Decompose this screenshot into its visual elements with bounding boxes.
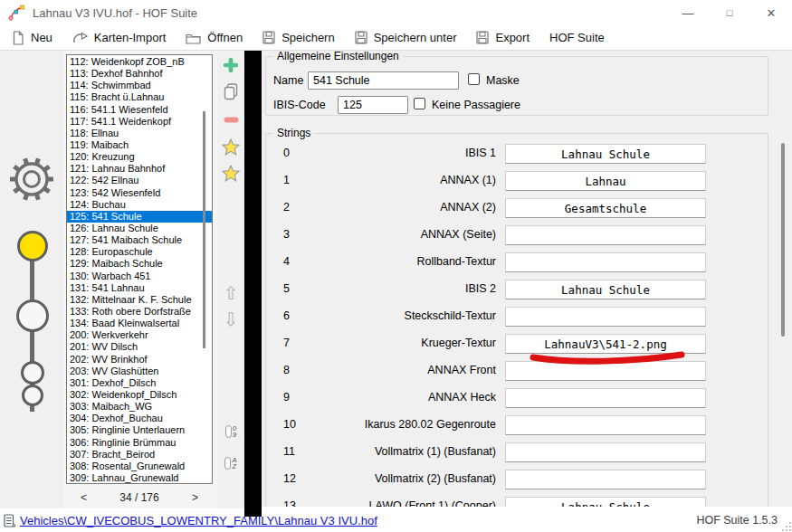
list-item[interactable]: 113: Dexhof Bahnhof: [67, 68, 212, 80]
maximize-button[interactable]: □: [709, 0, 750, 25]
favorite-button-1[interactable]: [217, 138, 244, 157]
list-item[interactable]: 308: Rosental_Grunewald: [67, 461, 212, 472]
remove-entry-button[interactable]: [217, 117, 244, 123]
close-button[interactable]: ✕: [750, 0, 792, 25]
sort-alpha-button[interactable]: AZ: [217, 457, 244, 470]
string-value-input[interactable]: [505, 225, 706, 245]
string-value-input[interactable]: [505, 415, 706, 435]
list-item[interactable]: 128: Europaschule: [67, 246, 212, 258]
list-item[interactable]: 114: Schwimmbad: [67, 80, 212, 91]
string-value-input[interactable]: [505, 361, 706, 381]
list-item[interactable]: 133: Roth obere Dorfstraße: [67, 306, 212, 318]
list-item[interactable]: 129: Maibach Schule: [67, 258, 212, 270]
list-item[interactable]: 122: 542 Ellnau: [67, 175, 212, 186]
list-item[interactable]: 126: Lahnau Schule: [67, 223, 212, 234]
maske-checkbox[interactable]: [468, 73, 480, 85]
route-sidebar: [0, 51, 63, 508]
list-item[interactable]: 304: Dexhof_Buchau: [67, 413, 212, 424]
list-item[interactable]: 201: WV Dilsch: [67, 341, 212, 353]
page-next-button[interactable]: >: [188, 491, 202, 504]
list-item[interactable]: 302: Weidenkopf_Dilsch: [67, 389, 212, 401]
list-item[interactable]: 305: Ringlinie Unterlauern: [67, 424, 212, 436]
add-entry-button[interactable]: [217, 57, 244, 73]
hof-suite-button[interactable]: HOF Suite: [539, 26, 615, 50]
save-button-label: Speichern: [281, 31, 335, 44]
export-button[interactable]: Export: [466, 26, 539, 50]
string-value-input[interactable]: [505, 198, 706, 218]
open-button[interactable]: Öffnen: [176, 26, 253, 50]
list-item[interactable]: 117: 541.1 Weidenkopf: [67, 116, 212, 128]
list-item[interactable]: 303: Maibach_WG: [67, 401, 212, 413]
move-up-button[interactable]: ⇧: [217, 284, 244, 302]
route-stop-marker-active[interactable]: [17, 231, 48, 261]
list-item[interactable]: 118: Ellnau: [67, 128, 212, 139]
string-value-input[interactable]: [505, 171, 706, 191]
toolbar: Neu Karten-Import Öffnen Speichern: [0, 25, 792, 51]
string-value-input[interactable]: [505, 442, 706, 462]
list-item[interactable]: 119: Maibach: [67, 139, 212, 151]
string-row: 0IBIS 1: [262, 144, 765, 171]
list-scrollbar[interactable]: [203, 111, 205, 348]
minimize-button[interactable]: —: [667, 0, 709, 25]
list-item[interactable]: 309: Lahnau_Grunewald: [67, 472, 212, 484]
list-item[interactable]: 301: Dexhof_Dilsch: [67, 377, 212, 389]
list-item[interactable]: 116: 541.1 Wiesenfeld: [67, 104, 212, 116]
string-value-input[interactable]: [505, 252, 706, 272]
new-button-label: Neu: [31, 31, 52, 44]
list-item[interactable]: 127: 541 Maibach Schule: [67, 234, 212, 246]
string-index: 7: [283, 337, 290, 349]
file-path-link[interactable]: Vehicles\CW_IVECOBUS_LOWENTRY_FAMILY\Lah…: [20, 514, 377, 527]
list-item[interactable]: 134: Baad Kleinwalsertal: [67, 318, 212, 329]
page-prev-button[interactable]: <: [77, 491, 91, 504]
list-item[interactable]: 202: WV Brinkhof: [67, 354, 212, 366]
list-item[interactable]: 307: Bracht_Beirod: [67, 449, 212, 461]
string-value-input[interactable]: [505, 388, 706, 408]
list-item[interactable]: 132: Mittelnaar K. F. Schule: [67, 294, 212, 306]
string-index: 3: [283, 228, 290, 241]
route-stop-marker[interactable]: [16, 299, 49, 332]
string-value-input[interactable]: [505, 497, 706, 507]
move-down-button[interactable]: ⇩: [217, 310, 244, 328]
list-item[interactable]: 112: Weidenkopf ZOB_nB: [67, 56, 212, 68]
ibis-code-input[interactable]: [338, 96, 408, 114]
save-as-button[interactable]: Speichern unter: [345, 26, 467, 50]
list-item[interactable]: 124: Buchau: [67, 199, 212, 211]
string-value-input[interactable]: [505, 307, 706, 327]
string-value-input[interactable]: [505, 334, 706, 354]
favorite-button-2[interactable]: [217, 165, 244, 183]
string-index: 0: [283, 147, 290, 159]
list-tool-rail: ⇧ ⇩ 09 AZ: [217, 51, 244, 508]
map-import-button[interactable]: Karten-Import: [62, 26, 176, 50]
list-item[interactable]: 130: Warbach 451: [67, 271, 212, 282]
list-item[interactable]: 125: 541 Schule: [67, 211, 212, 223]
sort-numeric-button[interactable]: 09: [217, 425, 244, 438]
string-row: 9ANNAX Heck: [262, 388, 765, 415]
route-stop-marker[interactable]: [22, 385, 43, 406]
save-button[interactable]: Speichern: [253, 26, 345, 50]
string-label: IBIS 2: [298, 282, 496, 295]
list-item[interactable]: 200: Werkverkehr: [67, 329, 212, 341]
list-item[interactable]: 115: Bracht ü.Lahnau: [67, 91, 212, 103]
name-input[interactable]: [308, 71, 459, 90]
list-item[interactable]: 306: Ringlinie Brümmau: [67, 437, 212, 449]
new-button[interactable]: Neu: [2, 26, 62, 50]
route-stop-marker[interactable]: [21, 361, 44, 385]
keine-passagiere-checkbox[interactable]: [414, 98, 425, 109]
app-window: Lahnau V3 IVU.hof - HOF Suite — □ ✕ Neu …: [0, 0, 792, 532]
string-row: 6Steckschild-Textur: [262, 307, 765, 334]
list-item[interactable]: 121: Lahnau Bahnhof: [67, 163, 212, 175]
resize-grip[interactable]: [782, 522, 791, 531]
list-item[interactable]: 131: 541 Lahnau: [67, 282, 212, 294]
string-value-input[interactable]: [505, 470, 706, 489]
list-item[interactable]: 203: WV Glashütten: [67, 366, 212, 377]
settings-gear-icon[interactable]: [8, 156, 55, 203]
string-value-input[interactable]: [505, 144, 706, 164]
list-item[interactable]: 123: 542 Wiesenfeld: [67, 187, 212, 199]
strings-title: Strings: [273, 127, 314, 139]
string-row: 2ANNAX (2): [262, 198, 765, 225]
duplicate-entry-button[interactable]: [217, 83, 244, 100]
list-item[interactable]: 120: Kreuzung: [67, 151, 212, 163]
form-scrollbar[interactable]: [781, 143, 785, 337]
string-label: Rollband-Textur: [298, 255, 496, 268]
string-value-input[interactable]: [505, 280, 706, 299]
